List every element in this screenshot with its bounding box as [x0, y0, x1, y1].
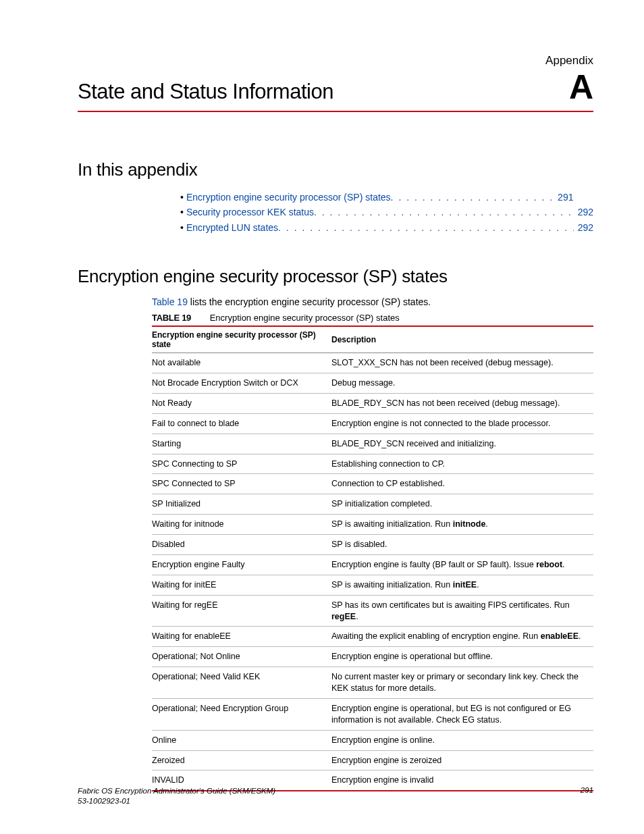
col-header-desc: Description — [331, 326, 593, 353]
state-cell: Operational; Need Valid KEK — [152, 667, 331, 699]
table-row: OnlineEncryption engine is online. — [152, 730, 593, 750]
state-cell: SPC Connected to SP — [152, 474, 331, 494]
toc-link[interactable]: Encrypted LUN states — [186, 220, 278, 235]
table-row: Operational; Need Encryption GroupEncryp… — [152, 698, 593, 730]
toc-heading: In this appendix — [78, 159, 593, 180]
appendix-label: Appendix — [78, 54, 593, 68]
table-row: SP InitializedSP initialization complete… — [152, 494, 593, 515]
desc-cell: SP initialization completed. — [331, 494, 593, 515]
command-name: regEE — [331, 612, 356, 621]
desc-cell: Encryption engine is not connected to th… — [331, 413, 593, 434]
desc-cell: Encryption engine is online. — [331, 730, 593, 750]
desc-cell: No current master key or primary or seco… — [331, 667, 593, 699]
desc-cell: Encryption engine is operational, but EG… — [331, 698, 593, 730]
footer-doc-title: Fabric OS Encryption Administrator's Gui… — [78, 787, 275, 795]
intro-paragraph: Table 19 lists the encryption engine sec… — [152, 296, 593, 307]
table-row: Waiting for regEESP has its own certific… — [152, 595, 593, 627]
desc-cell: Connection to CP established. — [331, 474, 593, 494]
toc-item: • Security processor KEK status . . . . … — [180, 205, 593, 219]
state-cell: Not Ready — [152, 393, 331, 413]
toc-page[interactable]: 291 — [554, 190, 573, 205]
state-cell: SPC Connecting to SP — [152, 454, 331, 474]
bullet-icon: • — [180, 205, 184, 219]
chapter-title: State and Status Information — [78, 80, 333, 104]
toc-dots: . . . . . . . . . . . . . . . . . . . . … — [391, 190, 554, 205]
desc-cell: BLADE_RDY_SCN has not been received (deb… — [331, 393, 593, 413]
table-caption-text: Encryption engine security processor (SP… — [210, 313, 400, 323]
table-row: SPC Connected to SPConnection to CP esta… — [152, 474, 593, 494]
table-row: Not availableSLOT_XXX_SCN has not been r… — [152, 353, 593, 373]
toc-page[interactable]: 292 — [574, 220, 593, 235]
desc-cell: Awaiting the explicit enabling of encryp… — [331, 627, 593, 647]
table-row: Fail to connect to bladeEncryption engin… — [152, 413, 593, 434]
toc-item: • Encrypted LUN states . . . . . . . . .… — [180, 220, 593, 235]
table-number: TABLE 19 — [152, 313, 191, 323]
state-cell: Zeroized — [152, 750, 331, 771]
table-row: DisabledSP is disabled. — [152, 535, 593, 555]
state-cell: Online — [152, 730, 331, 750]
table-ref-link[interactable]: Table 19 — [152, 296, 188, 307]
state-cell: Not Brocade Encryption Switch or DCX — [152, 373, 331, 394]
toc-page[interactable]: 292 — [574, 205, 593, 219]
table-row: ZeroizedEncryption engine is zeroized — [152, 750, 593, 771]
desc-cell: SLOT_XXX_SCN has not been received (debu… — [331, 353, 593, 373]
desc-cell: Debug message. — [331, 373, 593, 394]
toc-link[interactable]: Encryption engine security processor (SP… — [186, 190, 391, 205]
command-name: initEE — [453, 580, 477, 590]
table-row: SPC Connecting to SPEstablishing connect… — [152, 454, 593, 474]
state-cell: Waiting for regEE — [152, 595, 331, 627]
toc: • Encryption engine security processor (… — [180, 190, 593, 235]
table-row: StartingBLADE_RDY_SCN received and initi… — [152, 434, 593, 454]
desc-cell: BLADE_RDY_SCN received and initializing. — [331, 434, 593, 454]
command-name: reboot — [536, 560, 562, 569]
desc-cell: SP is disabled. — [331, 535, 593, 555]
chapter-letter: A — [569, 70, 593, 104]
state-cell: Operational; Need Encryption Group — [152, 698, 331, 730]
state-cell: Starting — [152, 434, 331, 454]
page-footer: Fabric OS Encryption Administrator's Gui… — [78, 786, 593, 807]
state-cell: Disabled — [152, 535, 331, 555]
toc-dots: . . . . . . . . . . . . . . . . . . . . … — [314, 205, 574, 219]
desc-cell: SP is awaiting initialization. Run initn… — [331, 515, 593, 535]
table-row: Waiting for initEESP is awaiting initial… — [152, 575, 593, 595]
state-cell: Not available — [152, 353, 331, 373]
toc-item: • Encryption engine security processor (… — [180, 190, 593, 205]
table-row: Not ReadyBLADE_RDY_SCN has not been rece… — [152, 393, 593, 413]
state-cell: Waiting for enableEE — [152, 627, 331, 647]
table-row: Encryption engine FaultyEncryption engin… — [152, 554, 593, 575]
toc-link[interactable]: Security processor KEK status — [186, 205, 314, 219]
table-row: Operational; Need Valid KEKNo current ma… — [152, 667, 593, 699]
command-name: enableEE — [541, 631, 579, 641]
intro-text: lists the encryption engine security pro… — [188, 296, 431, 307]
section-heading: Encryption engine security processor (SP… — [78, 266, 593, 287]
table-row: Waiting for initnodeSP is awaiting initi… — [152, 515, 593, 535]
desc-cell: Encryption engine is zeroized — [331, 750, 593, 771]
table-row: Waiting for enableEEAwaiting the explici… — [152, 627, 593, 647]
desc-cell: SP is awaiting initialization. Run initE… — [331, 575, 593, 595]
table-row: Not Brocade Encryption Switch or DCXDebu… — [152, 373, 593, 394]
table-caption: TABLE 19 Encryption engine security proc… — [152, 313, 593, 323]
state-cell: Operational; Not Online — [152, 647, 331, 667]
desc-cell: Establishing connection to CP. — [331, 454, 593, 474]
chapter-title-row: State and Status Information A — [78, 70, 593, 112]
state-cell: SP Initialized — [152, 494, 331, 515]
desc-cell: Encryption engine is operational but off… — [331, 647, 593, 667]
state-cell: Fail to connect to blade — [152, 413, 331, 434]
command-name: initnode — [453, 519, 486, 529]
bullet-icon: • — [180, 190, 184, 205]
col-header-state: Encryption engine security processor (SP… — [152, 326, 331, 353]
footer-page-number: 291 — [581, 786, 593, 807]
toc-dots: . . . . . . . . . . . . . . . . . . . . … — [278, 220, 574, 235]
desc-cell: Encryption engine is faulty (BP fault or… — [331, 554, 593, 575]
state-cell: Waiting for initnode — [152, 515, 331, 535]
bullet-icon: • — [180, 220, 184, 235]
table-row: Operational; Not OnlineEncryption engine… — [152, 647, 593, 667]
state-cell: Waiting for initEE — [152, 575, 331, 595]
footer-doc-id: 53-1002923-01 — [78, 797, 130, 805]
state-cell: Encryption engine Faulty — [152, 554, 331, 575]
states-table: Encryption engine security processor (SP… — [152, 325, 593, 791]
desc-cell: SP has its own certificates but is await… — [331, 595, 593, 627]
